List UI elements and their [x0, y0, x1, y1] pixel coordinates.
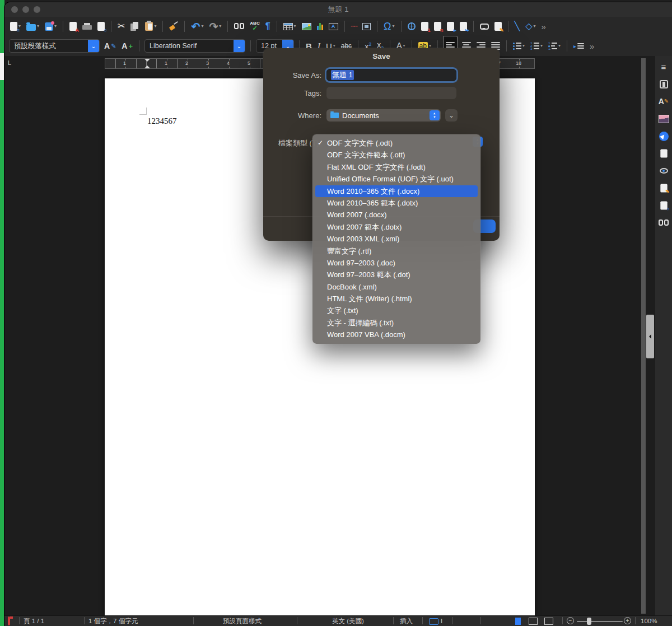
paragraph-style-dropdown[interactable]: ⌄ — [88, 40, 99, 52]
underline-dropdown-arrow[interactable]: ▾ — [333, 44, 335, 48]
text-language[interactable]: 英文 (美國) — [332, 617, 364, 625]
numbered-list-dropdown-arrow[interactable]: ▾ — [540, 44, 543, 48]
menu-item[interactable]: 豐富文字 (.rtf) — [312, 245, 480, 257]
sidebar-accessibility-button[interactable]: ○ — [657, 199, 670, 212]
print-preview-button[interactable]: ○ — [96, 19, 106, 34]
word-count[interactable]: 1 個字，7 個字元 — [88, 617, 138, 625]
filename-input[interactable]: 無題 1 — [326, 69, 456, 81]
zoom-slider[interactable] — [577, 621, 623, 622]
find-replace-button[interactable] — [233, 19, 245, 34]
insert-textbox-button[interactable]: A — [328, 19, 339, 34]
insert-section-button[interactable] — [361, 19, 372, 34]
vertical-scrollbar[interactable] — [641, 58, 646, 614]
tags-input[interactable] — [326, 87, 456, 99]
redo-dropdown-arrow[interactable]: ▾ — [219, 24, 221, 29]
insert-image-button[interactable] — [301, 19, 312, 34]
menu-item[interactable]: 文字 - 選擇編碼 (.txt) — [312, 317, 480, 329]
expand-dialog-button[interactable]: ⌄ — [445, 109, 458, 122]
highlight-dropdown-arrow[interactable]: ▾ — [429, 44, 431, 48]
zoom-slider-thumb[interactable] — [587, 618, 591, 625]
font-name-combo[interactable]: Liberation Serif ⌄ — [144, 39, 245, 53]
bullet-list-button[interactable]: ▾ — [512, 39, 526, 53]
page-style[interactable]: 預設頁面樣式 — [223, 617, 262, 625]
page-count[interactable]: 頁 1 / 1 — [24, 617, 44, 625]
formatting-overflow-button[interactable]: » — [589, 39, 595, 53]
new-style-button[interactable]: A + — [120, 39, 134, 53]
clone-formatting-button[interactable] — [168, 19, 179, 34]
export-pdf-button[interactable]: A — [68, 19, 78, 34]
paragraph-style-combo[interactable]: 預設段落樣式 ⌄ — [9, 39, 100, 53]
menu-item[interactable]: 文字 (.txt) — [312, 305, 480, 316]
insert-footnote-button[interactable]: 1 — [420, 19, 430, 34]
outline-list-dropdown-arrow[interactable]: ▾ — [558, 44, 561, 48]
table-dropdown-arrow[interactable]: ▾ — [294, 24, 296, 29]
update-style-button[interactable]: A ✎ — [103, 39, 117, 53]
insert-page-break-button[interactable]: ╌╌ — [350, 19, 358, 34]
paste-dropdown-arrow[interactable]: ▾ — [154, 24, 156, 29]
cut-button[interactable]: ✂ — [116, 19, 126, 34]
sidebar-manage-changes-button[interactable]: ✎ — [657, 182, 670, 194]
menu-item[interactable]: Word 2007 範本 (.dotx) — [312, 221, 480, 233]
sidebar-gallery-button[interactable] — [657, 113, 670, 125]
print-button[interactable] — [81, 19, 93, 34]
save-button[interactable]: ▾ — [44, 19, 58, 34]
tab-stop-selector[interactable]: L — [8, 59, 11, 66]
view-single-page-button[interactable] — [515, 617, 521, 625]
bullet-list-dropdown-arrow[interactable]: ▾ — [522, 44, 525, 48]
basic-shapes-button[interactable]: ◇ ▾ — [524, 19, 536, 34]
spelling-button[interactable]: ABC ✓ — [249, 19, 260, 34]
open-dropdown-arrow[interactable]: ▾ — [37, 24, 39, 29]
view-multi-page-button[interactable] — [529, 617, 538, 625]
toolbar-overflow-button[interactable]: » — [540, 19, 547, 34]
insert-bookmark-button[interactable]: ▸ — [446, 19, 455, 34]
paste-button[interactable]: ▾ — [144, 19, 157, 34]
shapes-dropdown-arrow[interactable]: ▾ — [534, 24, 536, 29]
zoom-in-button[interactable]: + — [624, 617, 631, 624]
sidebar-page-button[interactable] — [657, 147, 670, 160]
where-popup[interactable]: Documents ▾▾ — [326, 109, 441, 122]
save-dropdown-arrow[interactable]: ▾ — [54, 24, 57, 29]
undo-dropdown-arrow[interactable]: ▾ — [201, 24, 203, 29]
menu-item[interactable]: ✓ ODF 文字文件 (.odt) — [312, 137, 480, 149]
special-character-button[interactable]: Ω ▾ — [382, 19, 395, 34]
formatting-marks-button[interactable]: ¶ — [264, 19, 272, 34]
sidebar-navigator-button[interactable] — [657, 130, 670, 142]
font-color-dropdown-arrow[interactable]: ▾ — [403, 44, 405, 48]
copy-button[interactable] — [129, 19, 141, 34]
menu-item[interactable]: Word 97–2003 (.doc) — [312, 257, 480, 269]
sidebar-styles-button[interactable]: A ✎ — [657, 95, 670, 108]
insert-hyperlink-button[interactable] — [407, 19, 417, 34]
redo-button[interactable]: ↷ ▾ — [208, 19, 222, 34]
menu-item[interactable]: ODF 文字文件範本 (.ott) — [312, 149, 480, 161]
insert-comment-button[interactable] — [479, 19, 490, 34]
sidebar-properties-button[interactable] — [657, 78, 670, 90]
menu-item[interactable]: HTML 文件 (Writer) (.html) — [312, 293, 480, 305]
insert-endnote-button[interactable]: n — [433, 19, 442, 34]
new-document-button[interactable]: ≡ ▾ — [9, 19, 22, 34]
sidebar-collapse-handle[interactable] — [646, 315, 654, 358]
undo-button[interactable]: ↶ ▾ — [190, 19, 204, 34]
sidebar-find-button[interactable] — [657, 217, 670, 229]
document-modified-indicator[interactable] — [8, 617, 10, 625]
font-name-dropdown[interactable]: ⌄ — [234, 40, 245, 52]
outline-list-button[interactable]: 1 1. ▾ — [547, 39, 562, 53]
sidebar-style-inspector-button[interactable] — [657, 165, 670, 177]
menu-item[interactable]: Word 97–2003 範本 (.dot) — [312, 269, 480, 281]
insert-line-button[interactable]: ╲ — [514, 19, 521, 34]
document-text[interactable]: 1234567 — [147, 116, 177, 126]
menu-item[interactable]: Flat XML ODF 文字文件 (.fodt) — [312, 161, 480, 173]
track-changes-button[interactable]: ✎ — [493, 19, 503, 34]
menu-item[interactable]: Unified Office Format (UOF) 文字 (.uot) — [312, 173, 480, 185]
open-file-button[interactable]: ▾ — [25, 19, 40, 34]
zoom-level[interactable]: 100% — [641, 617, 657, 625]
insert-mode[interactable]: 插入 — [400, 617, 413, 625]
menu-item-selected[interactable]: Word 2010–365 文件 (.docx) — [315, 185, 478, 197]
special-character-dropdown-arrow[interactable]: ▾ — [393, 24, 395, 29]
increase-indent-button[interactable]: ▸ — [572, 39, 585, 53]
menu-item[interactable]: Word 2007 (.docx) — [312, 209, 480, 221]
menu-item[interactable]: Word 2007 VBA (.docm) — [312, 329, 480, 340]
menu-item[interactable]: Word 2010–365 範本 (.dotx) — [312, 197, 480, 209]
insert-table-button[interactable]: ▾ — [282, 19, 297, 34]
menu-item[interactable]: Word 2003 XML (.xml) — [312, 233, 480, 245]
view-book-button[interactable] — [544, 617, 553, 625]
